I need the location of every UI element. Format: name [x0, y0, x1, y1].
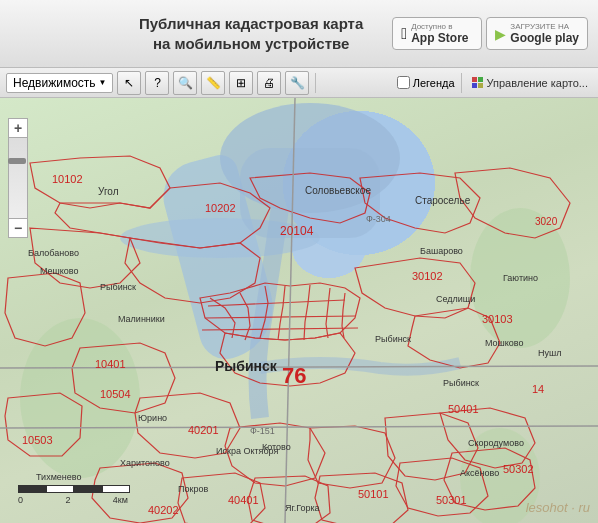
- toolbar-separator: [315, 73, 316, 93]
- scale-seg3: [74, 485, 102, 493]
- layers-icon: ⊞: [236, 76, 246, 90]
- zoom-controls: + −: [8, 118, 28, 238]
- appstore-badge[interactable]:  Доступно в App Store: [392, 17, 482, 50]
- search-icon: 🔍: [178, 76, 193, 90]
- legend-checkbox[interactable]: [397, 76, 410, 89]
- legend-label: Легенда: [413, 77, 455, 89]
- zoom-in-button[interactable]: +: [8, 118, 28, 138]
- scale-label-0: 0: [18, 495, 23, 505]
- title-line1: Публичная кадастровая карта: [139, 15, 363, 32]
- dropdown-label: Недвижимость: [13, 76, 96, 90]
- app-badges:  Доступно в App Store ▶ ЗАГРУЗИТЕ НА Go…: [392, 17, 588, 50]
- title-line2: на мобильном устройстве: [153, 35, 349, 52]
- zoom-slider[interactable]: [8, 138, 28, 218]
- legend-checkbox-label[interactable]: Легенда: [397, 76, 455, 89]
- dropdown-arrow-icon: ▼: [99, 78, 107, 87]
- googleplay-sub: ЗАГРУЗИТЕ НА: [510, 22, 579, 31]
- info-tool[interactable]: ?: [145, 71, 169, 95]
- appstore-main: App Store: [411, 31, 468, 45]
- ruler-icon: 📏: [206, 76, 221, 90]
- top-bar: Публичная кадастровая карта на мобильном…: [0, 0, 598, 68]
- scale-label-2: 2: [65, 495, 70, 505]
- googleplay-badge[interactable]: ▶ ЗАГРУЗИТЕ НА Google play: [486, 17, 588, 50]
- layers-tool[interactable]: ⊞: [229, 71, 253, 95]
- scale-label-4km: 4км: [113, 495, 128, 505]
- watermark-text: lesohot · ru: [526, 500, 590, 515]
- settings-tool[interactable]: 🔧: [285, 71, 309, 95]
- toolbar: Недвижимость ▼ ↖ ? 🔍 📏 ⊞ 🖨 🔧 Легенда Упр…: [0, 68, 598, 98]
- googleplay-main: Google play: [510, 31, 579, 45]
- scale-line: [18, 485, 130, 493]
- cursor-tool[interactable]: ↖: [117, 71, 141, 95]
- river-body2: [120, 218, 320, 258]
- property-type-dropdown[interactable]: Недвижимость ▼: [6, 73, 113, 93]
- map-container[interactable]: + − 10102 Угол 10202 Соловьевское 20104 …: [0, 98, 598, 523]
- zoom-level-indicator: [8, 158, 26, 164]
- cursor-icon: ↖: [124, 76, 134, 90]
- map-background: [0, 98, 598, 523]
- scale-labels: 0 2 4км: [18, 495, 128, 505]
- scale-seg4: [102, 485, 130, 493]
- apple-icon: : [401, 25, 407, 43]
- android-icon: ▶: [495, 26, 506, 42]
- wrench-icon: 🔧: [290, 76, 305, 90]
- info-icon: ?: [154, 76, 161, 90]
- page-title: Публичная кадастровая карта на мобильном…: [110, 14, 392, 53]
- grid-icon: [472, 77, 484, 89]
- search-tool[interactable]: 🔍: [173, 71, 197, 95]
- print-icon: 🖨: [263, 76, 275, 90]
- scale-seg2: [46, 485, 74, 493]
- watermark: lesohot · ru: [526, 500, 590, 515]
- toolbar-separator2: [461, 73, 462, 93]
- manage-map-button[interactable]: Управление карто...: [468, 75, 592, 91]
- scale-seg1: [18, 485, 46, 493]
- print-tool[interactable]: 🖨: [257, 71, 281, 95]
- measure-tool[interactable]: 📏: [201, 71, 225, 95]
- zoom-out-button[interactable]: −: [8, 218, 28, 238]
- scale-bar: 0 2 4км: [18, 485, 130, 505]
- appstore-sub: Доступно в: [411, 22, 468, 31]
- manage-label: Управление карто...: [487, 77, 588, 89]
